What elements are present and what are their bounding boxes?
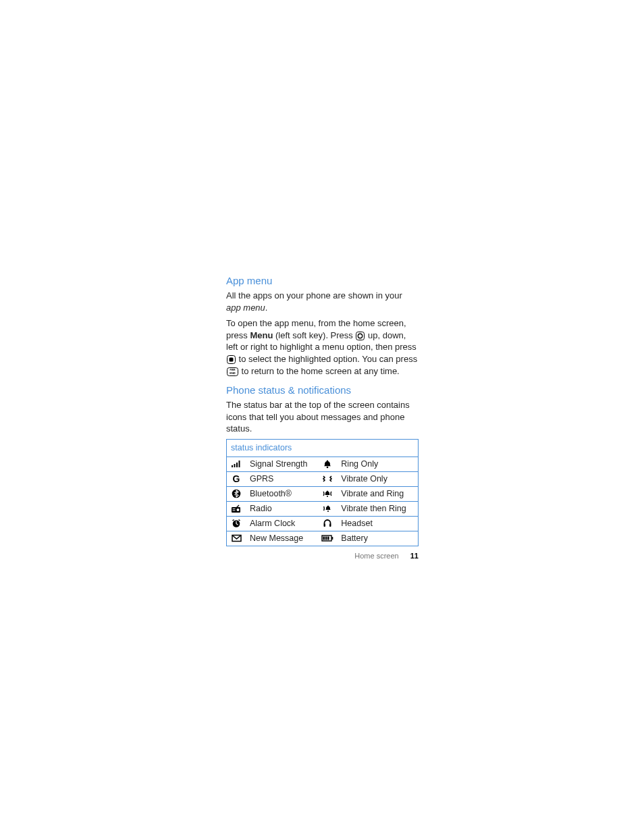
svg-rect-24 bbox=[324, 524, 326, 527]
text-italic: app menu bbox=[226, 303, 265, 313]
new-message-icon bbox=[227, 531, 246, 546]
document-page: App menu All the apps on your phone are … bbox=[0, 0, 644, 834]
cell-label: GPRS bbox=[246, 471, 318, 486]
signal-strength-icon bbox=[227, 457, 246, 471]
cell-label: Alarm Clock bbox=[246, 516, 318, 531]
svg-point-17 bbox=[237, 509, 240, 511]
svg-rect-8 bbox=[234, 464, 236, 467]
svg-rect-10 bbox=[239, 461, 240, 467]
footer-section-name: Home screen bbox=[354, 552, 398, 560]
svg-rect-25 bbox=[329, 524, 331, 527]
battery-icon bbox=[318, 531, 337, 546]
status-paragraph: The status bar at the top of the screen … bbox=[226, 399, 419, 435]
heading-app-menu: App menu bbox=[226, 274, 419, 288]
heading-status-notifications: Phone status & notifications bbox=[226, 384, 419, 397]
gprs-icon: G bbox=[227, 471, 246, 486]
text: to return to the home screen at any time… bbox=[239, 366, 400, 376]
table-row: Bluetooth® Vibrate and Ring bbox=[227, 486, 419, 501]
headset-icon bbox=[318, 516, 337, 531]
cell-label: Vibrate then Ring bbox=[337, 501, 418, 516]
content-column: App menu All the apps on your phone are … bbox=[226, 274, 419, 546]
page-footer: Home screen 11 bbox=[226, 551, 419, 561]
cell-label: Headset bbox=[337, 516, 418, 531]
table-row: Signal Strength Ring Only bbox=[227, 457, 419, 471]
alarm-clock-icon bbox=[227, 516, 246, 531]
svg-rect-28 bbox=[332, 537, 333, 540]
vibrate-then-ring-icon bbox=[318, 501, 337, 516]
cell-label: Battery bbox=[337, 531, 418, 546]
text-bold: Menu bbox=[250, 330, 273, 340]
text: (left soft key). Press bbox=[273, 330, 355, 340]
ring-only-icon bbox=[318, 457, 337, 471]
table-row: Radio Vibrate then Ring bbox=[227, 501, 419, 516]
svg-rect-30 bbox=[325, 537, 327, 540]
cell-label: Signal Strength bbox=[246, 457, 318, 471]
nav-key-icon bbox=[356, 332, 365, 340]
svg-point-14 bbox=[327, 496, 328, 497]
svg-rect-7 bbox=[232, 465, 233, 467]
svg-rect-18 bbox=[233, 509, 236, 509]
cell-label: Vibrate Only bbox=[337, 471, 418, 486]
cell-label: Vibrate and Ring bbox=[337, 486, 418, 501]
table-row: G GPRS Vibrate Only bbox=[227, 471, 419, 486]
app-menu-paragraph-2: To open the app menu, from the home scre… bbox=[226, 317, 419, 377]
svg-point-11 bbox=[327, 467, 329, 469]
svg-rect-29 bbox=[323, 537, 325, 540]
svg-rect-19 bbox=[233, 510, 236, 511]
end-key-icon: PWREND bbox=[227, 367, 238, 376]
bluetooth-icon bbox=[227, 486, 246, 501]
svg-text:G: G bbox=[233, 474, 240, 484]
svg-rect-0 bbox=[356, 332, 365, 340]
svg-line-22 bbox=[233, 520, 234, 521]
text: . bbox=[265, 303, 268, 313]
svg-line-23 bbox=[239, 520, 240, 521]
table-row: New Message Battery bbox=[227, 531, 419, 546]
app-menu-paragraph-1: All the apps on your phone are shown in … bbox=[226, 290, 419, 313]
cell-label: Ring Only bbox=[337, 457, 418, 471]
svg-rect-3 bbox=[230, 358, 234, 362]
svg-text:END: END bbox=[230, 371, 236, 375]
radio-icon bbox=[227, 501, 246, 516]
svg-rect-9 bbox=[236, 463, 238, 467]
svg-point-20 bbox=[327, 511, 329, 512]
table-header: status indicators bbox=[227, 439, 419, 457]
page-number: 11 bbox=[410, 552, 419, 560]
cell-label: New Message bbox=[246, 531, 318, 546]
svg-rect-31 bbox=[327, 537, 329, 540]
vibrate-only-icon bbox=[318, 471, 337, 486]
select-key-icon bbox=[227, 355, 236, 364]
text: to select the highlighted option. You ca… bbox=[236, 354, 417, 364]
status-indicators-table: status indicators Signal Strength Ring O… bbox=[226, 439, 419, 546]
cell-label: Bluetooth® bbox=[246, 486, 318, 501]
text: All the apps on your phone are shown in … bbox=[226, 290, 402, 301]
table-row: Alarm Clock Headset bbox=[227, 516, 419, 531]
vibrate-and-ring-icon bbox=[318, 486, 337, 501]
cell-label: Radio bbox=[246, 501, 318, 516]
